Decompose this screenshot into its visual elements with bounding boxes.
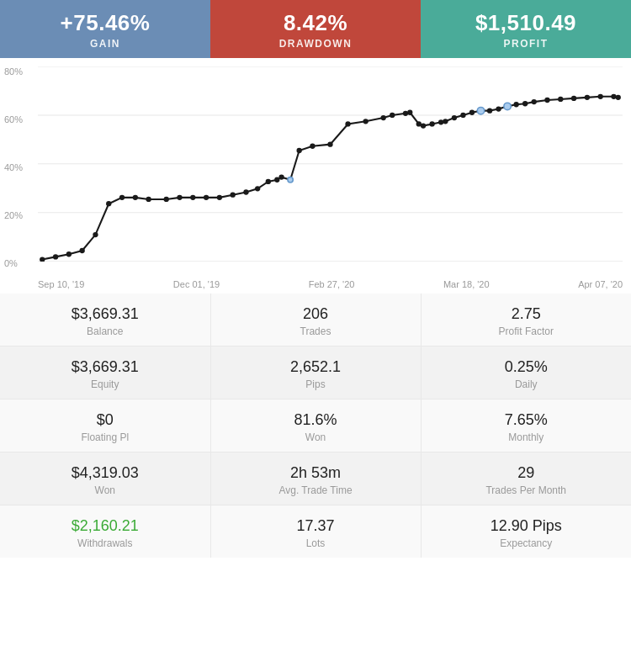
gain-card: +75.46% GAIN [0, 0, 210, 58]
svg-point-8 [79, 248, 84, 253]
cell-label-3-0: Won [8, 484, 202, 496]
cell-label-4-2: Expectancy [430, 537, 623, 549]
svg-point-21 [255, 186, 260, 191]
y-label-80: 80% [4, 66, 23, 77]
cell-label-2-2: Monthly [430, 431, 623, 443]
svg-point-55 [611, 94, 616, 99]
stats-cell-2-0: $0Floating Pl [0, 399, 210, 452]
stats-row-2: $0Floating Pl81.6%Won7.65%Monthly [0, 399, 631, 452]
svg-point-34 [407, 110, 412, 115]
cell-value-2-0: $0 [8, 411, 202, 429]
svg-point-42 [469, 110, 475, 115]
stats-row-3: $4,319.03Won2h 53mAvg. Trade Time29Trade… [0, 452, 631, 505]
svg-point-31 [381, 115, 386, 120]
x-label-4: Mar 18, '20 [443, 279, 490, 289]
svg-point-5 [40, 257, 45, 261]
y-label-20: 20% [4, 210, 23, 220]
svg-point-14 [164, 197, 169, 202]
svg-point-38 [438, 119, 443, 124]
y-label-60: 60% [4, 114, 23, 124]
svg-point-40 [452, 115, 457, 120]
stats-cell-4-2: 12.90 PipsExpectancy [421, 505, 631, 558]
svg-point-36 [421, 123, 426, 128]
cell-label-1-1: Pips [220, 378, 412, 390]
gain-value: +75.46% [8, 10, 202, 36]
svg-point-23 [274, 177, 279, 183]
svg-point-46 [504, 103, 511, 109]
svg-point-29 [345, 121, 350, 126]
svg-point-37 [429, 121, 434, 126]
svg-point-33 [403, 111, 408, 116]
cell-value-3-2: 29 [430, 464, 623, 482]
stats-cell-0-1: 206Trades [210, 294, 421, 347]
x-label-5: Apr 07, '20 [578, 279, 623, 289]
svg-point-47 [513, 102, 518, 107]
svg-point-49 [532, 99, 537, 104]
stats-cell-1-0: $3,669.31Equity [0, 347, 210, 399]
stats-cell-3-2: 29Trades Per Month [421, 452, 631, 505]
svg-point-56 [616, 95, 621, 100]
svg-point-43 [477, 107, 484, 114]
svg-point-48 [522, 101, 528, 106]
y-label-40: 40% [4, 162, 23, 172]
svg-point-45 [496, 106, 501, 111]
cell-value-4-2: 12.90 Pips [430, 517, 623, 535]
cell-label-4-0: Withdrawals [8, 537, 202, 549]
profit-card: $1,510.49 PROFIT [421, 0, 631, 58]
x-label-1: Sep 10, '19 [38, 279, 84, 289]
svg-point-26 [296, 148, 301, 153]
svg-point-27 [310, 144, 315, 149]
cell-value-1-2: 0.25% [430, 358, 623, 376]
cell-label-3-1: Avg. Trade Time [220, 484, 412, 496]
chart-container: 80% 60% 40% 20% 0% [0, 58, 631, 294]
cell-value-2-2: 7.65% [430, 411, 623, 429]
svg-point-22 [266, 179, 271, 184]
profit-label: PROFIT [429, 38, 623, 50]
stats-cell-1-1: 2,652.1Pips [210, 347, 421, 399]
stats-table: $3,669.31Balance206Trades2.75Profit Fact… [0, 294, 631, 558]
svg-point-51 [558, 97, 563, 102]
cell-value-0-1: 206 [220, 305, 412, 323]
cell-value-0-2: 2.75 [430, 305, 623, 323]
cell-value-1-0: $3,669.31 [8, 358, 202, 376]
svg-point-12 [133, 195, 138, 200]
stats-row-1: $3,669.31Equity2,652.1Pips0.25%Daily [0, 347, 631, 399]
svg-point-7 [66, 251, 72, 257]
cell-label-1-2: Daily [430, 378, 623, 390]
stats-cell-4-0: $2,160.21Withdrawals [0, 505, 210, 558]
chart-svg [38, 66, 623, 262]
y-axis: 80% 60% 40% 20% 0% [4, 66, 23, 268]
svg-point-18 [217, 195, 222, 200]
svg-point-15 [177, 195, 182, 200]
drawdown-card: 8.42% DRAWDOWN [210, 0, 421, 58]
x-label-2: Dec 01, '19 [173, 279, 220, 289]
cell-label-0-1: Trades [220, 325, 412, 337]
stats-cell-4-1: 17.37Lots [210, 505, 421, 558]
stats-row-0: $3,669.31Balance206Trades2.75Profit Fact… [0, 294, 631, 347]
svg-point-53 [585, 95, 590, 100]
svg-point-17 [204, 195, 209, 200]
stats-cell-0-2: 2.75Profit Factor [421, 294, 631, 347]
stats-row-4: $2,160.21Withdrawals17.37Lots12.90 PipsE… [0, 505, 631, 558]
svg-point-20 [243, 189, 248, 194]
cell-value-2-1: 81.6% [220, 411, 412, 429]
cell-label-0-2: Profit Factor [430, 325, 623, 337]
chart-inner: 80% 60% 40% 20% 0% [38, 66, 623, 268]
svg-point-52 [571, 96, 576, 101]
svg-point-39 [443, 119, 448, 124]
cell-value-4-1: 17.37 [220, 517, 412, 535]
x-axis: Sep 10, '19 Dec 01, '19 Feb 27, '20 Mar … [38, 279, 623, 289]
drawdown-label: DRAWDOWN [219, 38, 412, 50]
svg-point-44 [487, 108, 492, 113]
svg-point-54 [598, 94, 603, 99]
svg-point-9 [93, 232, 98, 237]
cell-label-4-1: Lots [220, 537, 412, 549]
stats-cell-1-2: 0.25%Daily [421, 347, 631, 399]
svg-point-11 [119, 195, 125, 200]
cell-label-1-0: Equity [8, 378, 202, 390]
stats-cell-3-0: $4,319.03Won [0, 452, 210, 505]
svg-point-32 [390, 113, 395, 118]
svg-point-28 [327, 142, 332, 147]
cell-label-3-2: Trades Per Month [430, 484, 623, 496]
svg-point-10 [106, 201, 111, 206]
